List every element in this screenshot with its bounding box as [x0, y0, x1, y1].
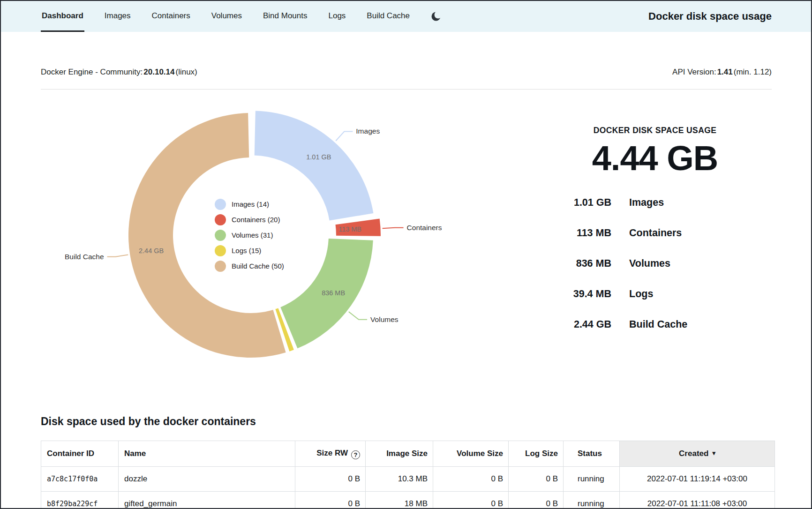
- usage-row-volumes: 836 MBVolumes: [554, 248, 756, 279]
- engine-os: (linux): [176, 67, 197, 76]
- callout-label-build-cache: Build Cache: [65, 253, 104, 261]
- tab-images[interactable]: Images: [104, 1, 132, 32]
- column-header-name[interactable]: Name: [119, 441, 295, 467]
- tab-bind-mounts[interactable]: Bind Mounts: [262, 1, 308, 32]
- usage-label: Build Cache: [629, 319, 687, 330]
- sort-desc-icon: ▾: [712, 449, 715, 457]
- legend-dot-build-cache: [215, 261, 226, 272]
- tab-build-cache[interactable]: Build Cache: [366, 1, 411, 32]
- api-version-info: API Version:1.41(min. 1.12): [672, 67, 772, 77]
- dark-mode-toggle[interactable]: [431, 1, 442, 32]
- usage-summary-title: DOCKER DISK SPACE USAGE: [554, 126, 756, 135]
- total-disk-usage: 4.44 GB: [554, 138, 756, 178]
- tab-dashboard[interactable]: Dashboard: [41, 1, 84, 32]
- callout-line-build-cache: [107, 254, 128, 256]
- callout-line-volumes: [349, 312, 367, 320]
- containers-section-heading: Disk space used by the docker containers: [41, 415, 256, 428]
- legend-dot-logs: [215, 245, 226, 256]
- volume-size-cell: 0 B: [433, 492, 509, 509]
- container-row: b8f29ba229cfgifted_germain0 B18 MB0 B0 B…: [41, 492, 775, 509]
- legend-label-containers: Containers (20): [232, 216, 280, 224]
- disk-usage-donut-chart: 1.01 GB113 MB836 MB2.44 GBImagesContaine…: [48, 105, 460, 372]
- usage-label: Containers: [629, 227, 682, 239]
- legend-label-logs: Logs (15): [232, 247, 261, 254]
- usage-value: 2.44 GB: [554, 319, 611, 330]
- column-header-log-size[interactable]: Log Size: [509, 441, 564, 467]
- created-cell: 2022-07-01 11:19:14 +03:00: [620, 467, 775, 492]
- usage-row-logs: 39.4 MBLogs: [554, 279, 756, 309]
- help-icon[interactable]: ?: [351, 450, 360, 459]
- legend-dot-images: [215, 199, 226, 210]
- app-window: DashboardImagesContainersVolumesBind Mou…: [0, 0, 812, 509]
- column-header-container-id[interactable]: Container ID: [41, 441, 119, 467]
- callout-label-volumes: Volumes: [370, 315, 398, 323]
- container-id-cell: a7c8c17f0f0a: [41, 467, 119, 492]
- callout-line-containers: [383, 228, 404, 228]
- page-title: Docker disk space usage: [648, 1, 772, 32]
- size-rw-cell: 0 B: [295, 467, 366, 492]
- legend-label-volumes: Volumes (31): [232, 231, 273, 239]
- status-cell: running: [564, 492, 620, 509]
- engine-label: Docker Engine - Community:: [41, 67, 143, 76]
- usage-value: 113 MB: [554, 227, 611, 239]
- engine-info: Docker Engine - Community:20.10.14(linux…: [41, 67, 197, 77]
- tab-volumes[interactable]: Volumes: [211, 1, 243, 32]
- container-id-cell: b8f29ba229cf: [41, 492, 119, 509]
- usage-breakdown-list: 1.01 GBImages113 MBContainers836 MBVolum…: [554, 187, 756, 340]
- legend-label-images: Images (14): [232, 200, 269, 208]
- column-header-created[interactable]: Created▾: [620, 441, 775, 467]
- usage-value: 836 MB: [554, 258, 611, 269]
- engine-version: 20.10.14: [143, 67, 174, 76]
- tab-logs[interactable]: Logs: [327, 1, 346, 32]
- usage-row-containers: 113 MBContainers: [554, 218, 756, 248]
- name-cell: dozzle: [119, 467, 295, 492]
- usage-value: 39.4 MB: [554, 288, 611, 300]
- callout-label-containers: Containers: [407, 224, 442, 232]
- volume-size-cell: 0 B: [433, 467, 509, 492]
- log-size-cell: 0 B: [509, 467, 564, 492]
- image-size-cell: 10.3 MB: [366, 467, 433, 492]
- log-size-cell: 0 B: [509, 492, 564, 509]
- callout-line-images: [336, 131, 353, 141]
- slice-size-label: 2.44 GB: [139, 247, 164, 254]
- slice-size-label: 836 MB: [322, 289, 345, 297]
- container-row: a7c8c17f0f0adozzle0 B10.3 MB0 B0 Brunnin…: [41, 467, 775, 492]
- column-header-status[interactable]: Status: [564, 441, 620, 467]
- usage-row-build-cache: 2.44 GBBuild Cache: [554, 309, 756, 340]
- status-cell: running: [564, 467, 620, 492]
- usage-label: Images: [629, 197, 664, 209]
- column-header-size-rw[interactable]: Size RW?: [295, 441, 366, 467]
- tab-bar: DashboardImagesContainersVolumesBind Mou…: [41, 1, 430, 32]
- name-cell: gifted_germain: [119, 492, 295, 509]
- slice-size-label: 113 MB: [338, 225, 361, 233]
- usage-label: Logs: [629, 288, 653, 300]
- usage-label: Volumes: [629, 258, 670, 269]
- api-version-min: (min. 1.12): [734, 67, 772, 76]
- column-header-image-size[interactable]: Image Size: [366, 441, 433, 467]
- slice-size-label: 1.01 GB: [306, 153, 331, 161]
- created-cell: 2022-07-01 11:11:08 +03:00: [620, 492, 775, 509]
- containers-table: Container IDNameSize RW?Image SizeVolume…: [41, 441, 775, 509]
- tab-containers[interactable]: Containers: [151, 1, 191, 32]
- api-version-label: API Version:: [672, 67, 716, 76]
- usage-value: 1.01 GB: [554, 197, 611, 209]
- divider: [41, 89, 772, 90]
- callout-label-images: Images: [356, 127, 380, 135]
- usage-row-images: 1.01 GBImages: [554, 187, 756, 218]
- top-nav: DashboardImagesContainersVolumesBind Mou…: [1, 1, 811, 32]
- legend-dot-volumes: [215, 230, 226, 241]
- usage-summary: DOCKER DISK SPACE USAGE 4.44 GB 1.01 GBI…: [554, 126, 756, 340]
- image-size-cell: 18 MB: [366, 492, 433, 509]
- legend-dot-containers: [215, 214, 226, 225]
- size-rw-cell: 0 B: [295, 492, 366, 509]
- api-version-value: 1.41: [717, 67, 733, 76]
- legend-label-build-cache: Build Cache (50): [232, 262, 284, 270]
- table-header-row: Container IDNameSize RW?Image SizeVolume…: [41, 441, 775, 467]
- column-header-volume-size[interactable]: Volume Size: [433, 441, 509, 467]
- moon-icon: [431, 11, 442, 22]
